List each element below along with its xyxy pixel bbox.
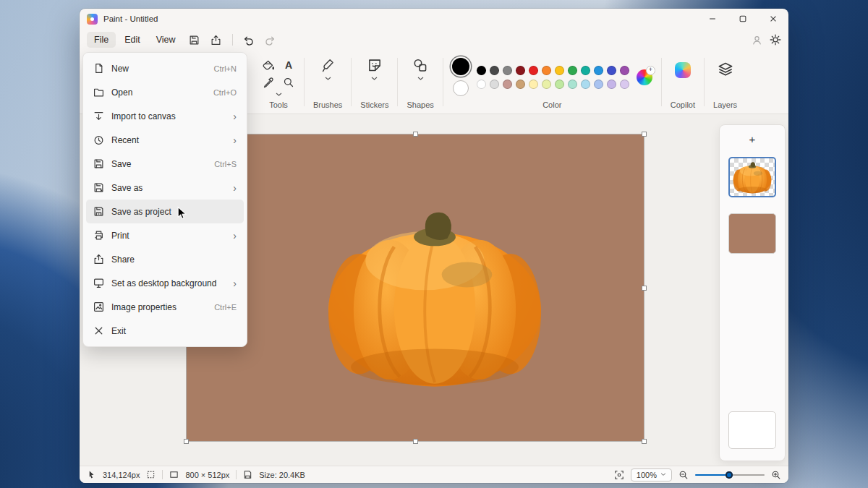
color-swatch[interactable]	[607, 66, 616, 75]
color-swatch[interactable]	[477, 80, 486, 89]
selection-handle[interactable]	[184, 439, 189, 444]
submenu-chevron-icon: ›	[233, 278, 237, 288]
color-swatch[interactable]	[568, 66, 577, 75]
save-project-icon	[93, 206, 104, 217]
color-swatch[interactable]	[581, 80, 590, 89]
quick-save-button[interactable]	[184, 31, 205, 48]
stickers-label: Stickers	[360, 100, 388, 109]
menu-item-label: Share	[111, 254, 135, 265]
color-swatch[interactable]	[529, 80, 538, 89]
file-menu-item-recent[interactable]: Recent›	[86, 128, 244, 152]
file-size-icon	[243, 470, 252, 479]
chevron-down-icon[interactable]	[371, 77, 378, 81]
color-swatch[interactable]	[594, 66, 603, 75]
color-swatch[interactable]	[477, 66, 486, 75]
maximize-button[interactable]	[728, 9, 758, 29]
new-file-icon	[93, 63, 104, 74]
layers-group[interactable]: Layers	[705, 51, 746, 114]
menu-item-shortcut: Ctrl+E	[214, 303, 237, 312]
open-folder-icon	[93, 87, 104, 98]
account-icon[interactable]	[752, 35, 762, 46]
primary-color-swatch[interactable]	[452, 58, 469, 75]
layer-thumbnail-base[interactable]	[728, 411, 776, 449]
selection-handle[interactable]	[642, 286, 647, 291]
close-button[interactable]	[758, 9, 788, 29]
minimize-button[interactable]	[697, 9, 728, 29]
selection-handle[interactable]	[642, 439, 647, 444]
file-menu-item-save-as-project[interactable]: Save as project	[86, 200, 244, 223]
secondary-color-swatch[interactable]	[453, 80, 469, 96]
color-swatch[interactable]	[555, 80, 564, 89]
color-swatch[interactable]	[581, 66, 590, 75]
maximize-icon	[739, 14, 747, 23]
file-menu-item-save[interactable]: SaveCtrl+S	[86, 152, 244, 176]
menu-edit[interactable]: Edit	[117, 32, 148, 48]
palette-row-2	[477, 80, 629, 89]
color-swatch[interactable]	[555, 66, 564, 75]
menu-file[interactable]: File	[87, 32, 116, 48]
zoom-in-icon[interactable]	[771, 470, 781, 480]
color-swatch[interactable]	[594, 80, 603, 89]
layer-thumbnail-background-color[interactable]	[728, 213, 776, 254]
zoom-level-select[interactable]: 100%	[631, 468, 672, 481]
fit-screen-icon[interactable]	[614, 470, 624, 480]
selection-handle[interactable]	[413, 132, 418, 137]
color-swatch[interactable]	[490, 80, 499, 89]
brushes-group[interactable]: Brushes	[305, 51, 351, 114]
color-swatch[interactable]	[503, 80, 512, 89]
layer-thumbnail-pumpkin[interactable]	[728, 157, 776, 197]
zoom-slider-thumb[interactable]	[726, 471, 733, 479]
layers-icon	[718, 61, 733, 77]
magnifier-icon[interactable]	[283, 77, 294, 88]
file-menu-item-open[interactable]: OpenCtrl+O	[86, 80, 244, 104]
color-swatch[interactable]	[516, 80, 525, 89]
file-menu-item-share[interactable]: Share	[86, 247, 244, 271]
fill-bucket-icon[interactable]	[263, 59, 274, 71]
share-export-button[interactable]	[206, 31, 226, 48]
chevron-down-icon[interactable]	[325, 77, 331, 81]
zoom-out-icon[interactable]	[678, 470, 689, 480]
file-menu-item-import-to-canvas[interactable]: Import to canvas›	[86, 104, 244, 128]
file-menu-item-image-properties[interactable]: Image propertiesCtrl+E	[86, 295, 244, 319]
color-swatch[interactable]	[490, 66, 499, 75]
menu-item-label: Import to canvas	[111, 111, 176, 121]
add-layer-button[interactable]: +	[743, 131, 762, 147]
file-menu-item-set-as-desktop-background[interactable]: Set as desktop background›	[86, 271, 244, 295]
color-swatch[interactable]	[620, 66, 629, 75]
menu-item-shortcut: Ctrl+S	[214, 160, 237, 168]
menu-view[interactable]: View	[149, 32, 183, 48]
submenu-chevron-icon: ›	[233, 183, 237, 193]
color-wheel-icon[interactable]	[637, 69, 652, 85]
file-menu-item-print[interactable]: Print›	[86, 223, 244, 247]
redo-button[interactable]	[260, 31, 281, 48]
status-bar: 314,124px 800 × 512px Size: 20.4KB 100%	[80, 466, 788, 483]
undo-button[interactable]	[239, 31, 259, 48]
shapes-group[interactable]: Shapes	[398, 51, 442, 114]
selection-handle[interactable]	[642, 132, 647, 137]
copilot-icon	[675, 62, 691, 78]
chevron-down-icon[interactable]	[417, 77, 424, 81]
color-swatch[interactable]	[542, 66, 551, 75]
paint-window: Paint - Untitled File Edit View	[80, 9, 788, 483]
color-swatch[interactable]	[503, 66, 512, 75]
color-swatch[interactable]	[542, 80, 551, 89]
text-tool-icon[interactable]: A	[285, 60, 292, 70]
eyedropper-icon[interactable]	[263, 77, 274, 88]
chevron-down-icon[interactable]	[276, 93, 282, 97]
selection-handle[interactable]	[413, 439, 418, 444]
gear-icon[interactable]	[770, 34, 781, 46]
menubar: File Edit View	[80, 29, 788, 51]
file-menu-item-exit[interactable]: Exit	[86, 319, 244, 343]
color-swatch[interactable]	[568, 80, 577, 89]
zoom-slider[interactable]	[695, 471, 765, 479]
color-swatch[interactable]	[620, 80, 629, 89]
save-as-icon	[93, 182, 104, 193]
color-swatch[interactable]	[516, 66, 525, 75]
stickers-group[interactable]: Stickers	[352, 51, 397, 114]
file-menu-item-save-as[interactable]: Save as›	[86, 176, 244, 200]
copilot-group[interactable]: Copilot	[662, 51, 704, 114]
drawing-canvas[interactable]	[187, 134, 644, 441]
color-swatch[interactable]	[529, 66, 538, 75]
file-menu-item-new[interactable]: NewCtrl+N	[86, 56, 244, 80]
color-swatch[interactable]	[607, 80, 616, 89]
